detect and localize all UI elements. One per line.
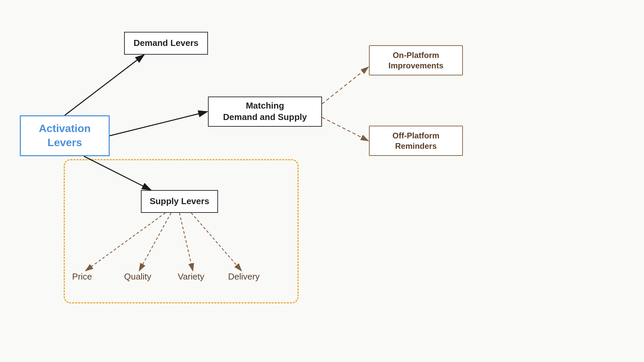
diagram-container: Activation Levers Demand Levers Matching… — [0, 0, 644, 362]
variety-label: Variety — [178, 272, 204, 282]
on-platform-label: On-Platform Improvements — [388, 50, 443, 71]
demand-levers-label: Demand Levers — [133, 38, 199, 49]
off-platform-label: Off-Platform Reminders — [392, 130, 439, 151]
matching-box: Matching Demand and Supply — [208, 97, 322, 127]
price-label: Price — [72, 272, 92, 282]
quality-label: Quality — [124, 272, 151, 282]
svg-line-6 — [322, 67, 368, 104]
activation-levers-label: Activation Levers — [39, 122, 91, 149]
supply-levers-box: Supply Levers — [141, 190, 218, 213]
svg-line-3 — [65, 55, 144, 115]
off-platform-box: Off-Platform Reminders — [369, 126, 463, 156]
svg-line-4 — [110, 112, 207, 136]
delivery-label: Delivery — [228, 272, 260, 282]
demand-levers-box: Demand Levers — [124, 32, 208, 55]
svg-line-7 — [322, 117, 368, 141]
activation-levers-box: Activation Levers — [20, 115, 110, 156]
matching-label: Matching Demand and Supply — [223, 100, 307, 123]
supply-levers-label: Supply Levers — [150, 196, 209, 207]
on-platform-box: On-Platform Improvements — [369, 45, 463, 75]
